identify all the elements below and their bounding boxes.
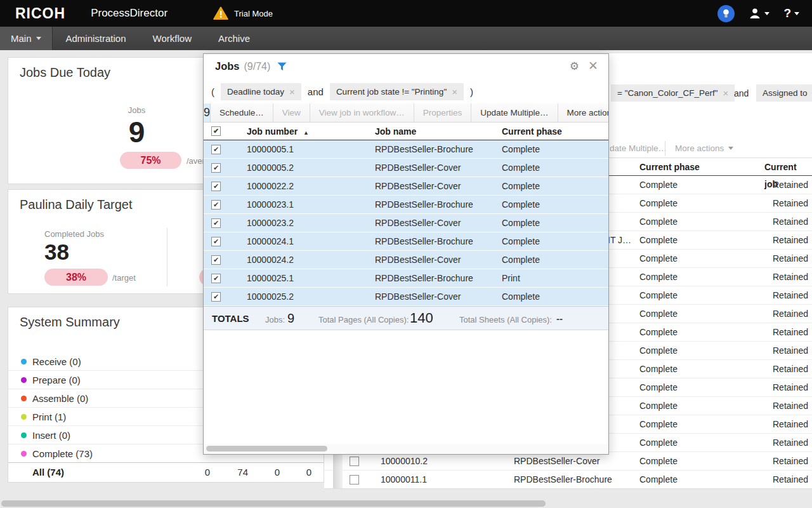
current-job-state-cell: Retained (773, 434, 808, 452)
row-checkbox[interactable]: ✔ (211, 163, 221, 173)
table-row[interactable]: ✔10000023.1RPDBestSeller-BrochureComplet… (204, 196, 608, 214)
current-job-state-cell: Retained (773, 452, 808, 471)
current-job-state-cell: Retained (773, 415, 808, 434)
column-header-job-number[interactable]: Job number ▲ (247, 123, 309, 142)
phase-color-dot (21, 432, 27, 438)
schedule-button[interactable]: Schedule… (211, 104, 273, 122)
phase-color-dot (21, 396, 27, 401)
job-name-cell: RPDBestSeller-Brochure (375, 232, 473, 251)
row-checkbox[interactable]: ✔ (211, 145, 221, 154)
more-actions-button[interactable]: More actions (675, 144, 733, 153)
metric-label: Completed Jobs (44, 229, 104, 239)
totals-label: TOTALS (212, 313, 249, 324)
row-checkbox[interactable]: ✔ (211, 255, 221, 265)
job-name-cell: RPDBestSeller-Cover (375, 177, 461, 196)
tips-button[interactable] (717, 5, 735, 22)
current-job-state-cell: Retained (773, 342, 808, 360)
table-row[interactable]: ✔10000005.1RPDBestSeller-BrochureComplet… (204, 140, 608, 159)
table-row[interactable]: ✔10000024.1RPDBestSeller-BrochureComplet… (204, 232, 608, 251)
user-menu-button[interactable] (749, 8, 769, 19)
select-all-checkbox[interactable]: ✔ (211, 126, 221, 136)
filter-chip[interactable]: Deadline today × (221, 83, 301, 100)
table-row[interactable]: ✔10000023.2RPDBestSeller-CoverComplete (204, 214, 608, 232)
filter-chip[interactable]: Current job state != "Printing" × (330, 83, 464, 100)
job-name-cell: RPDBestSeller-Cover (375, 288, 461, 306)
sort-ascending-icon: ▲ (303, 130, 309, 136)
more-actions-button[interactable]: More actions (558, 104, 610, 122)
job-name-cell: RPDBestSeller-Brochure (375, 140, 473, 159)
current-job-state-cell: Retained (773, 397, 808, 415)
metric-value: 38 (44, 239, 69, 265)
current-phase-cell: Complete (639, 323, 678, 342)
filter-chip[interactable]: = "Canon_Color_CF_Perf" × (611, 84, 735, 102)
job-name-cell: RPDBestSeller-Cover (375, 159, 461, 177)
current-job-state-cell: Retained (773, 378, 808, 397)
job-number-cell: 10000025.1 (247, 269, 294, 288)
current-phase-cell: Complete (639, 434, 678, 452)
current-job-state-cell: Retained (773, 213, 808, 231)
current-phase-cell: Complete (639, 176, 678, 194)
remove-icon[interactable]: × (452, 83, 457, 100)
current-phase-cell: Complete (639, 213, 678, 231)
help-menu-button[interactable]: ? (783, 6, 799, 20)
metric-label: Jobs (97, 105, 176, 115)
row-checkbox[interactable]: ✔ (211, 182, 221, 191)
filter-icon[interactable] (277, 62, 287, 71)
phase-label: Receive (0) (32, 352, 81, 371)
table-row[interactable]: ✔10000005.2RPDBestSeller-CoverComplete (204, 159, 608, 177)
all-phases-row[interactable]: All (74)07400 (8, 462, 324, 481)
current-job-state-cell: Retained (773, 250, 808, 268)
dialog-toolbar: 9 Schedule…ViewView job in workflow…Prop… (204, 104, 608, 123)
ricoh-logo: RICOH (15, 5, 65, 22)
gear-icon[interactable]: ⚙ (570, 60, 579, 73)
nav-item-main[interactable]: Main (0, 27, 53, 50)
filter-chip[interactable]: Assigned to (756, 84, 812, 102)
user-icon (749, 8, 761, 19)
table-row[interactable]: ✔10000022.2RPDBestSeller-CoverComplete (204, 177, 608, 196)
trial-mode-label: Trial Mode (234, 9, 273, 18)
current-phase-cell: Complete (639, 268, 678, 286)
column-header-current-phase[interactable]: Current phase (502, 123, 562, 140)
nav-item-archive[interactable]: Archive (205, 27, 263, 50)
phase-color-dot (21, 451, 27, 457)
current-job-state-cell: Retained (773, 323, 808, 342)
horizontal-scrollbar[interactable] (204, 444, 608, 454)
card-title: Jobs Due Today (20, 65, 110, 80)
row-checkbox[interactable]: ✔ (211, 237, 221, 246)
job-name-fragment: IT J… (608, 231, 631, 250)
totals-pages-label: Total Pages (All Copies): (318, 315, 409, 324)
card-title: Paulina Daily Target (20, 197, 133, 212)
nav-item-administration[interactable]: Administration (53, 27, 140, 50)
totals-jobs-label: Jobs: (265, 315, 285, 324)
page-horizontal-scrollbar[interactable] (0, 499, 812, 508)
table-row[interactable]: ✔10000025.1RPDBestSeller-BrochurePrint (204, 269, 608, 288)
totals-pages-value: 140 (410, 310, 433, 326)
row-checkbox[interactable]: ✔ (211, 218, 221, 228)
table-row[interactable]: ✔10000024.2RPDBestSeller-CoverComplete (204, 251, 608, 269)
current-phase-cell: Complete (639, 415, 678, 434)
row-checkbox[interactable] (350, 457, 359, 466)
update-multiple-button[interactable]: date Multiple… (610, 144, 667, 153)
job-name-cell: RPDBestSeller-Cover (375, 214, 461, 232)
scrollbar-thumb[interactable] (206, 446, 327, 451)
row-checkbox[interactable]: ✔ (211, 292, 221, 302)
column-header-job-name[interactable]: Job name (375, 123, 416, 140)
table-row[interactable]: ✔10000025.2RPDBestSeller-CoverComplete (204, 288, 608, 306)
remove-icon[interactable]: × (289, 83, 295, 100)
nav-item-workflow[interactable]: Workflow (140, 27, 205, 50)
table-row[interactable]: 10000010.2RPDBestSeller-CoverCompleteRet… (324, 452, 812, 471)
chevron-down-icon (728, 147, 733, 150)
close-icon[interactable]: ✕ (588, 58, 598, 73)
column-header-current-phase[interactable]: Current phase (639, 159, 700, 176)
row-checkbox[interactable]: ✔ (211, 200, 221, 210)
selected-count: 9 (204, 104, 211, 122)
scrollbar-thumb[interactable] (1, 500, 546, 507)
job-name-cell: RPDBestSeller-Cover (375, 251, 461, 269)
current-phase-cell: Complete (639, 231, 678, 250)
row-checkbox[interactable] (350, 475, 359, 485)
remove-icon[interactable]: × (723, 84, 729, 102)
update-multiple-button[interactable]: Update Multiple… (471, 104, 558, 122)
table-row[interactable]: 10000011.1RPDBestSeller-BrochureComplete… (324, 471, 812, 489)
metric-suffix: /target (112, 273, 136, 283)
row-checkbox[interactable]: ✔ (211, 274, 221, 283)
